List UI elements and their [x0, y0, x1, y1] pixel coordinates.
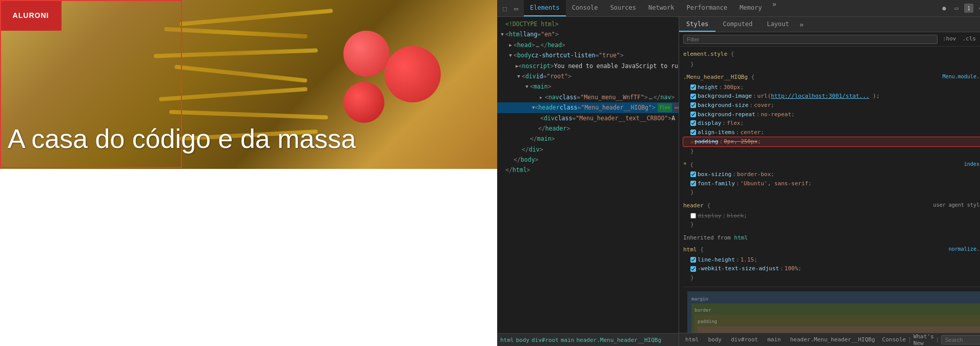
elements-tree: <!DOCTYPE html> <html lang="en" > <head>… [497, 17, 679, 333]
tree-arrow-body[interactable] [507, 52, 514, 59]
devtools-icon-group: ⬚ ▭ [497, 4, 524, 13]
prop-bg-repeat-checkbox[interactable] [690, 112, 696, 117]
console-bar: html body div#root main header.Menu_head… [679, 333, 980, 346]
breadcrumb-main[interactable]: main [561, 337, 575, 343]
noodle-6 [169, 110, 328, 120]
tree-header[interactable]: <header class="Menu_header__HIQBg" > fle… [497, 102, 679, 113]
menu-header-closing: } [683, 147, 980, 156]
inherited-from-label: Inherited from html [683, 233, 980, 244]
tree-nav[interactable]: ▸ <nav class="Menu_menu__WnfTF" >… </nav… [497, 92, 679, 102]
console-bar-header[interactable]: header.Menu_header__HIQBg [788, 335, 877, 344]
prop-align-items: align-items: center; [683, 128, 980, 137]
tree-head[interactable]: <head> … </head> [497, 40, 679, 50]
filter-cls[interactable]: .cls [960, 35, 978, 44]
breadcrumb-html[interactable]: html [500, 337, 514, 343]
box-model: margin – border – [687, 291, 980, 333]
tree-arrow-main[interactable] [524, 83, 530, 90]
content-box: 1193 × 300 [698, 327, 980, 333]
console-bar-body[interactable]: body [706, 335, 724, 344]
universal-closing: } [683, 188, 980, 197]
menu-header-source[interactable]: Menu.module.scss:7 [943, 73, 980, 81]
prop-bg-size-checkbox[interactable] [690, 102, 696, 108]
settings-icon[interactable]: ⚙ [976, 4, 980, 13]
tab-computed[interactable]: Computed [716, 17, 760, 32]
tree-arrow-html[interactable] [499, 31, 505, 38]
tab-count-icon: 1 [964, 4, 973, 13]
tree-body[interactable]: <body cz-shortcut-listen="true" > [497, 50, 679, 60]
console-search-input[interactable] [941, 335, 980, 344]
warning-icon: ⚠ [690, 138, 693, 146]
prop-font-family-checkbox[interactable] [690, 181, 696, 186]
margin-box: margin – border – [687, 291, 980, 333]
prop-align-checkbox[interactable] [690, 129, 696, 135]
more-styles-tabs[interactable]: » [797, 20, 807, 29]
tomato-2 [343, 31, 390, 77]
universal-rule: * index.css:9 { box-sizing: border-box; … [683, 160, 980, 197]
normalize-source[interactable]: normalize.css:11 [949, 245, 980, 253]
console-bar-divroot[interactable]: div#root [729, 335, 760, 344]
website-preview: ALURONI A casa do código e da massa [0, 0, 497, 346]
prop-height-checkbox[interactable] [690, 84, 696, 90]
tree-doctype[interactable]: <!DOCTYPE html> [497, 19, 679, 29]
tree-div-close[interactable]: </div> [497, 144, 679, 155]
breadcrumb-divroot[interactable]: div#root [532, 337, 559, 343]
tab-layout[interactable]: Layout [760, 17, 796, 32]
dot-icon: ● [940, 4, 949, 13]
filter-hov[interactable]: :hov [941, 35, 958, 44]
device-icon[interactable]: ▭ [512, 4, 521, 13]
tree-html-close[interactable]: </html> [497, 165, 679, 175]
tab-network[interactable]: Network [642, 0, 681, 16]
tree-main[interactable]: <main> [497, 81, 679, 92]
tab-sources[interactable]: Sources [604, 0, 642, 16]
styles-content: element.style { } .Menu_header__HIQBg Me… [679, 47, 980, 333]
header-ua-rule-header: header user agent stylesheet { [683, 201, 980, 210]
tree-arrow-root[interactable] [516, 73, 522, 80]
prop-display-block-checkbox[interactable] [690, 213, 696, 219]
devtools-toolbar: ⬚ ▭ Elements Console Sources Network Per… [497, 0, 980, 17]
console-search-area: Console | What's New | ✕ [882, 333, 980, 347]
more-tabs-button[interactable]: » [768, 0, 780, 16]
universal-rule-header: * index.css:9 { [683, 160, 980, 169]
inspect-icon[interactable]: ⬚ [500, 4, 509, 13]
selection-box [0, 0, 182, 168]
console-label[interactable]: Console [882, 336, 906, 343]
prop-background-size: background-size: cover; [683, 101, 980, 110]
filter-options: :hov .cls + ⊕ [941, 35, 980, 44]
tree-arrow-head[interactable] [507, 41, 514, 49]
console-bar-html[interactable]: html [683, 335, 701, 344]
prop-height: height: 300px; [683, 83, 980, 92]
inherited-html-link[interactable]: html [734, 234, 748, 241]
tab-styles[interactable]: Styles [679, 17, 716, 32]
whats-new-label[interactable]: What's New [913, 333, 934, 347]
tree-header-close[interactable]: </header> [497, 123, 679, 134]
tree-div-root[interactable]: <div id="root" > [497, 71, 679, 81]
menu-header-rule: .Menu_header__HIQBg Menu.module.scss:7 {… [683, 73, 980, 156]
tree-body-close[interactable]: </body> [497, 155, 679, 165]
tab-memory[interactable]: Memory [733, 0, 768, 16]
tree-noscript[interactable]: <noscript> You need to enable JavaScript… [497, 61, 679, 71]
noodle-2 [164, 27, 308, 39]
tab-performance[interactable]: Performance [681, 0, 733, 16]
tab-console[interactable]: Console [566, 0, 604, 16]
tab-elements[interactable]: Elements [524, 0, 566, 16]
tree-main-close[interactable]: </main> [497, 134, 679, 144]
device-toggle-icon[interactable]: ▭ [952, 4, 961, 13]
devtools-tabs: Elements Console Sources Network Perform… [524, 0, 940, 16]
universal-source[interactable]: index.css:9 [964, 160, 980, 168]
tomato-3 [343, 82, 384, 123]
element-style-selector: element.style [683, 51, 727, 57]
prop-bg-image-checkbox[interactable] [690, 94, 696, 99]
styles-panel: Styles Computed Layout » :hov .cls + ⊕ [679, 17, 980, 346]
prop-webkit-checkbox[interactable] [690, 266, 696, 272]
styles-filter-input[interactable] [683, 35, 937, 44]
console-bar-main[interactable]: main [765, 335, 783, 344]
tree-html[interactable]: <html lang="en" > [497, 29, 679, 39]
tree-header-div[interactable]: <div class="Menu_header__text__CR8OO" > … [497, 113, 679, 123]
breadcrumb-header[interactable]: header.Menu_header__HIQBg [576, 337, 661, 343]
prop-display-checkbox[interactable] [690, 120, 696, 126]
prop-line-height-checkbox[interactable] [690, 257, 696, 263]
elements-breadcrumb: html body div#root main header.Menu_head… [497, 333, 679, 346]
noodle-1 [179, 9, 333, 26]
prop-box-sizing-checkbox[interactable] [690, 171, 696, 177]
breadcrumb-body[interactable]: body [516, 337, 530, 343]
